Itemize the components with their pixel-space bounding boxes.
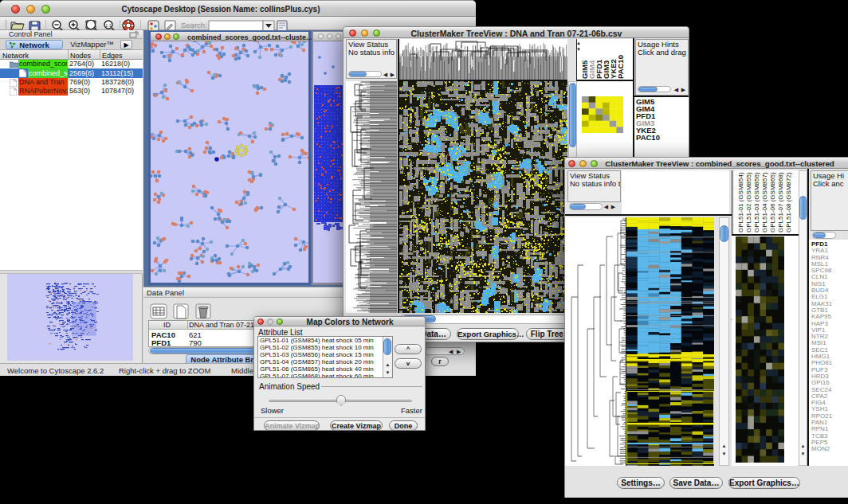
- svg-text:GPL51-04 (GSM857): GPL51-04 (GSM857): [761, 172, 768, 232]
- svg-text:1:1: 1:1: [105, 23, 112, 28]
- svg-text:GPL51-08 (GSM872): GPL51-08 (GSM872): [785, 172, 792, 232]
- svg-text:GPL51-03 (GSM856): GPL51-03 (GSM856): [753, 172, 760, 232]
- svg-text:GPL51-02 (GSM855): GPL51-02 (GSM855): [745, 172, 752, 232]
- svg-text:GPL51-06 (GSM865): GPL51-06 (GSM865): [769, 172, 776, 232]
- svg-text:GPL51-07 (GSM868): GPL51-07 (GSM868): [777, 172, 784, 232]
- svg-text:Search:: Search:: [181, 21, 207, 29]
- svg-text:GPL51-01 (GSM854): GPL51-01 (GSM854): [737, 172, 744, 232]
- svg-text:PAC10: PAC10: [616, 55, 625, 79]
